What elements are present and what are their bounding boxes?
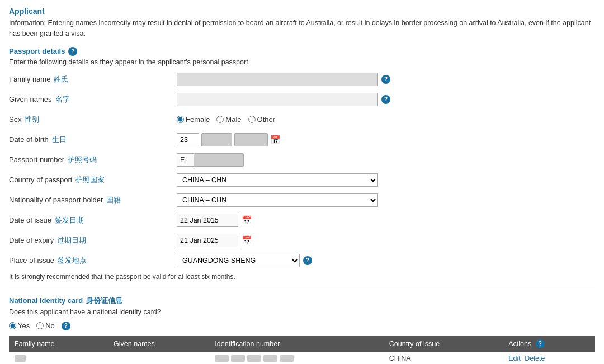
sex-male-option[interactable]: Male xyxy=(216,115,241,124)
col-country: Country of issue xyxy=(384,336,503,352)
given-names-chinese: 名字 xyxy=(55,94,70,105)
dob-chinese: 生日 xyxy=(52,135,67,145)
sex-other-radio[interactable] xyxy=(248,116,256,123)
nationality-select[interactable]: CHINA – CHN xyxy=(177,193,378,207)
given-names-help-icon[interactable]: ? xyxy=(381,95,390,104)
section-divider xyxy=(9,290,595,290)
place-issue-label: Place of issue xyxy=(9,256,54,264)
sex-chinese: 性别 xyxy=(25,115,39,125)
dob-day-input[interactable] xyxy=(177,133,199,146)
passport-prefix: E- xyxy=(177,153,194,167)
family-name-chinese: 姓氏 xyxy=(54,74,68,84)
family-name-help-icon[interactable]: ? xyxy=(381,75,390,84)
applicant-section: Applicant Information: Entering names in… xyxy=(9,7,595,39)
no-radio[interactable] xyxy=(36,322,44,329)
family-name-input[interactable] xyxy=(177,73,378,86)
passport-title: Passport details xyxy=(9,47,65,55)
place-issue-row: Place of issue 签发地点 GUANGDONG SHENG ? xyxy=(9,253,595,268)
national-id-table: Family name Given names Identification n… xyxy=(9,336,595,365)
nationality-chinese: 国籍 xyxy=(106,195,121,205)
sex-other-option[interactable]: Other xyxy=(248,115,276,124)
yes-label: Yes xyxy=(18,322,30,330)
place-issue-chinese: 签发地点 xyxy=(58,256,87,266)
passport-section: Passport details ? Enter the following d… xyxy=(9,47,595,281)
passport-num-group: E- xyxy=(177,153,244,167)
place-issue-select[interactable]: GUANGDONG SHENG xyxy=(177,254,300,267)
nationality-row: Nationality of passport holder 国籍 CHINA … xyxy=(9,192,595,208)
given-names-label: Given names xyxy=(9,95,52,103)
nationality-label: Nationality of passport holder xyxy=(9,196,103,204)
dob-input-group: 📅 xyxy=(177,133,281,146)
date-issue-label: Date of issue xyxy=(9,216,51,224)
row-given-names xyxy=(108,352,209,365)
yes-option[interactable]: Yes xyxy=(9,322,30,330)
date-expiry-row: Date of expiry 过期日期 📅 xyxy=(9,233,595,248)
passport-desc: Enter the following details as they appe… xyxy=(9,58,595,66)
table-header-row: Family name Given names Identification n… xyxy=(9,336,595,352)
dob-year-blurred xyxy=(234,133,268,146)
date-issue-chinese: 签发日期 xyxy=(55,215,84,225)
family-name-label: Family name xyxy=(9,75,50,83)
country-passport-chinese: 护照国家 xyxy=(76,175,105,185)
actions-help-icon[interactable]: ? xyxy=(536,339,545,348)
national-id-title-chinese: 身份证信息 xyxy=(86,296,122,306)
yes-radio[interactable] xyxy=(9,322,16,329)
date-issue-row: Date of issue 签发日期 📅 xyxy=(9,212,595,228)
date-expiry-label: Date of expiry xyxy=(9,236,54,244)
row-country: CHINA xyxy=(384,352,503,365)
country-passport-row: Country of passport 护照国家 CHINA – CHN xyxy=(9,172,595,188)
passport-valid-note: It is strongly recommended that the pass… xyxy=(9,273,595,281)
sex-female-radio[interactable] xyxy=(177,116,184,123)
col-actions: Actions ? xyxy=(503,336,595,352)
national-id-question: Does this applicant have a national iden… xyxy=(9,308,595,316)
sex-female-label: Female xyxy=(186,115,210,124)
passport-help-icon[interactable]: ? xyxy=(68,47,77,56)
dob-calendar-icon[interactable]: 📅 xyxy=(270,135,281,145)
col-family-name: Family name xyxy=(9,336,108,352)
passport-num-blurred xyxy=(194,153,244,167)
place-issue-help-icon[interactable]: ? xyxy=(303,256,312,265)
row-actions: Edit Delete xyxy=(503,352,595,365)
id-question-help-icon[interactable]: ? xyxy=(62,322,70,330)
sex-female-option[interactable]: Female xyxy=(177,115,210,124)
given-names-input[interactable] xyxy=(177,93,378,106)
country-passport-label: Country of passport xyxy=(9,176,72,184)
delete-link[interactable]: Delete xyxy=(525,354,545,362)
applicant-info: Information: Entering names incorrectly … xyxy=(9,18,595,39)
date-issue-calendar-icon[interactable]: 📅 xyxy=(242,215,252,225)
national-id-section: National identity card 身份证信息 Does this a… xyxy=(9,296,595,365)
no-option[interactable]: No xyxy=(36,322,55,330)
dob-row: Date of birth 生日 📅 xyxy=(9,132,595,148)
passport-number-label: Passport number xyxy=(9,155,64,164)
row-id-number xyxy=(209,352,383,365)
sex-male-radio[interactable] xyxy=(216,116,224,123)
sex-row: Sex 性别 Female Male Other xyxy=(9,112,595,127)
sex-label: Sex xyxy=(9,115,21,124)
row-family-name xyxy=(9,352,108,365)
col-given-names: Given names xyxy=(108,336,209,352)
given-names-row: Given names 名字 ? xyxy=(9,92,595,107)
dob-month-blurred xyxy=(201,133,232,146)
country-passport-select[interactable]: CHINA – CHN xyxy=(177,173,378,187)
passport-number-row: Passport number 护照号码 E- xyxy=(9,152,595,168)
date-expiry-calendar-icon[interactable]: 📅 xyxy=(242,235,252,245)
table-row: CHINA Edit Delete xyxy=(9,352,595,365)
dob-label: Date of birth xyxy=(9,135,49,144)
national-id-title: National identity card xyxy=(9,296,83,305)
sex-other-label: Other xyxy=(257,115,276,124)
edit-link[interactable]: Edit xyxy=(508,354,521,362)
yn-radio-group: Yes No ? xyxy=(9,322,595,330)
no-label: No xyxy=(45,322,55,330)
passport-number-chinese: 护照号码 xyxy=(68,155,97,165)
family-name-row: Family name 姓氏 ? xyxy=(9,72,595,87)
sex-male-label: Male xyxy=(225,115,241,124)
col-id-number: Identification number xyxy=(209,336,383,352)
date-expiry-chinese: 过期日期 xyxy=(57,235,86,245)
date-expiry-input[interactable] xyxy=(177,234,238,247)
date-issue-input[interactable] xyxy=(177,214,238,227)
applicant-title: Applicant xyxy=(9,7,595,16)
